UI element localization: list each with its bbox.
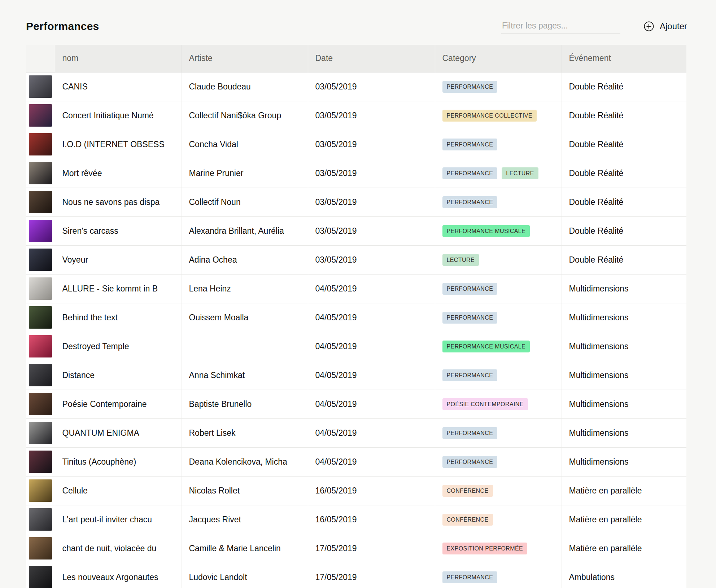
cell-evenement[interactable]: Multidimensions — [562, 418, 686, 447]
cell-evenement[interactable]: Multidimensions — [562, 303, 686, 332]
cell-artiste[interactable]: Jacques Rivet — [182, 505, 308, 534]
thumbnail-cell[interactable] — [26, 534, 55, 563]
header-nom[interactable]: nom — [55, 45, 182, 72]
category-badge[interactable]: PERFORMANCE MUSICALE — [442, 225, 530, 237]
cell-evenement[interactable]: Matière en parallèle — [562, 476, 686, 505]
cell-nom[interactable]: Cellule — [55, 476, 182, 505]
cell-artiste[interactable] — [182, 332, 308, 361]
cell-date[interactable]: 17/05/2019 — [308, 563, 435, 588]
cell-category[interactable]: PERFORMANCE MUSICALE — [435, 332, 562, 361]
cell-artiste[interactable]: Alexandra Brillant, Aurélia — [182, 216, 308, 245]
header-evenement[interactable]: Événement — [562, 45, 686, 72]
cell-evenement[interactable]: Double Réalité — [562, 159, 686, 188]
table-row[interactable]: CANISClaude Boudeau03/05/2019PERFORMANCE… — [26, 72, 686, 101]
category-badge[interactable]: PERFORMANCE — [442, 196, 498, 208]
table-row[interactable]: Poésie ContemporaineBaptiste Brunello04/… — [26, 390, 686, 418]
cell-category[interactable]: PERFORMANCE — [435, 303, 562, 332]
table-row[interactable]: Mort rêvéeMarine Prunier03/05/2019PERFOR… — [26, 159, 686, 188]
cell-nom[interactable]: Nous ne savons pas dispa — [55, 188, 182, 216]
table-row[interactable]: chant de nuit, violacée duCamille & Mari… — [26, 534, 686, 563]
cell-date[interactable]: 03/05/2019 — [308, 72, 435, 101]
cell-category[interactable]: PERFORMANCE COLLECTIVE — [435, 101, 562, 130]
cell-category[interactable]: PERFORMANCELECTURE — [435, 159, 562, 188]
table-row[interactable]: Destroyed Temple04/05/2019PERFORMANCE MU… — [26, 332, 686, 361]
thumbnail-cell[interactable] — [26, 418, 55, 447]
thumbnail-cell[interactable] — [26, 216, 55, 245]
cell-artiste[interactable]: Anna Schimkat — [182, 361, 308, 390]
table-row[interactable]: DistanceAnna Schimkat04/05/2019PERFORMAN… — [26, 361, 686, 390]
cell-evenement[interactable]: Multidimensions — [562, 390, 686, 418]
thumbnail-cell[interactable] — [26, 447, 55, 476]
category-badge[interactable]: EXPOSITION PERFORMÉE — [442, 543, 528, 554]
cell-nom[interactable]: Mort rêvée — [55, 159, 182, 188]
cell-artiste[interactable]: Nicolas Rollet — [182, 476, 308, 505]
cell-nom[interactable]: Distance — [55, 361, 182, 390]
cell-artiste[interactable]: Ludovic Landolt — [182, 563, 308, 588]
cell-artiste[interactable]: Claude Boudeau — [182, 72, 308, 101]
thumbnail-cell[interactable] — [26, 245, 55, 274]
cell-nom[interactable]: I.O.D (INTERNET OBSESS — [55, 130, 182, 159]
cell-artiste[interactable]: Baptiste Brunello — [182, 390, 308, 418]
cell-evenement[interactable]: Double Réalité — [562, 130, 686, 159]
cell-evenement[interactable]: Multidimensions — [562, 332, 686, 361]
cell-evenement[interactable]: Double Réalité — [562, 101, 686, 130]
cell-nom[interactable]: Concert Initiatique Numé — [55, 101, 182, 130]
cell-date[interactable]: 03/05/2019 — [308, 245, 435, 274]
category-badge[interactable]: LECTURE — [442, 254, 479, 266]
cell-category[interactable]: PERFORMANCE — [435, 72, 562, 101]
category-badge[interactable]: PERFORMANCE — [442, 139, 498, 150]
cell-artiste[interactable]: Ouissem Moalla — [182, 303, 308, 332]
cell-nom[interactable]: Les nouveaux Argonautes — [55, 563, 182, 588]
cell-date[interactable]: 04/05/2019 — [308, 361, 435, 390]
cell-evenement[interactable]: Matière en parallèle — [562, 505, 686, 534]
thumbnail-cell[interactable] — [26, 159, 55, 188]
cell-evenement[interactable]: Double Réalité — [562, 188, 686, 216]
cell-nom[interactable]: Tinitus (Acouphène) — [55, 447, 182, 476]
table-row[interactable]: QUANTUM ENIGMARobert Lisek04/05/2019PERF… — [26, 418, 686, 447]
cell-category[interactable]: PERFORMANCE — [435, 447, 562, 476]
table-row[interactable]: Behind the textOuissem Moalla04/05/2019P… — [26, 303, 686, 332]
table-row[interactable]: CelluleNicolas Rollet16/05/2019CONFÉRENC… — [26, 476, 686, 505]
add-button[interactable]: Ajouter — [643, 21, 687, 32]
cell-category[interactable]: PERFORMANCE — [435, 563, 562, 588]
header-artiste[interactable]: Artiste — [182, 45, 308, 72]
cell-date[interactable]: 04/05/2019 — [308, 274, 435, 303]
cell-nom[interactable]: Siren's carcass — [55, 216, 182, 245]
cell-nom[interactable]: Poésie Contemporaine — [55, 390, 182, 418]
table-row[interactable]: ALLURE - Sie kommt in BLena Heinz04/05/2… — [26, 274, 686, 303]
cell-date[interactable]: 03/05/2019 — [308, 188, 435, 216]
category-badge[interactable]: PERFORMANCE — [442, 312, 498, 324]
cell-date[interactable]: 04/05/2019 — [308, 418, 435, 447]
table-row[interactable]: Siren's carcassAlexandra Brillant, Aurél… — [26, 216, 686, 245]
cell-date[interactable]: 03/05/2019 — [308, 159, 435, 188]
table-row[interactable]: I.O.D (INTERNET OBSESSConcha Vidal03/05/… — [26, 130, 686, 159]
category-badge[interactable]: PERFORMANCE — [442, 427, 498, 439]
cell-nom[interactable]: chant de nuit, violacée du — [55, 534, 182, 563]
cell-category[interactable]: CONFÉRENCE — [435, 505, 562, 534]
table-row[interactable]: VoyeurAdina Ochea03/05/2019LECTUREDouble… — [26, 245, 686, 274]
cell-date[interactable]: 04/05/2019 — [308, 332, 435, 361]
thumbnail-cell[interactable] — [26, 390, 55, 418]
cell-category[interactable]: PERFORMANCE — [435, 188, 562, 216]
table-row[interactable]: Nous ne savons pas dispaCollectif Noun03… — [26, 188, 686, 216]
cell-evenement[interactable]: Matière en parallèle — [562, 534, 686, 563]
cell-evenement[interactable]: Multidimensions — [562, 274, 686, 303]
category-badge[interactable]: CONFÉRENCE — [442, 514, 493, 526]
category-badge[interactable]: PERFORMANCE — [442, 571, 498, 583]
cell-category[interactable]: PERFORMANCE MUSICALE — [435, 216, 562, 245]
category-badge[interactable]: PERFORMANCE — [442, 369, 498, 381]
cell-nom[interactable]: Destroyed Temple — [55, 332, 182, 361]
cell-date[interactable]: 16/05/2019 — [308, 476, 435, 505]
table-row[interactable]: Les nouveaux ArgonautesLudovic Landolt17… — [26, 563, 686, 588]
cell-date[interactable]: 03/05/2019 — [308, 130, 435, 159]
cell-date[interactable]: 04/05/2019 — [308, 303, 435, 332]
category-badge[interactable]: PERFORMANCE — [442, 81, 498, 93]
table-row[interactable]: Concert Initiatique NuméCollectif Nani$ô… — [26, 101, 686, 130]
cell-date[interactable]: 04/05/2019 — [308, 447, 435, 476]
filter-input[interactable] — [501, 19, 620, 34]
cell-artiste[interactable]: Adina Ochea — [182, 245, 308, 274]
cell-artiste[interactable]: Camille & Marie Lancelin — [182, 534, 308, 563]
cell-artiste[interactable]: Lena Heinz — [182, 274, 308, 303]
cell-nom[interactable]: L'art peut-il inviter chacu — [55, 505, 182, 534]
cell-nom[interactable]: QUANTUM ENIGMA — [55, 418, 182, 447]
